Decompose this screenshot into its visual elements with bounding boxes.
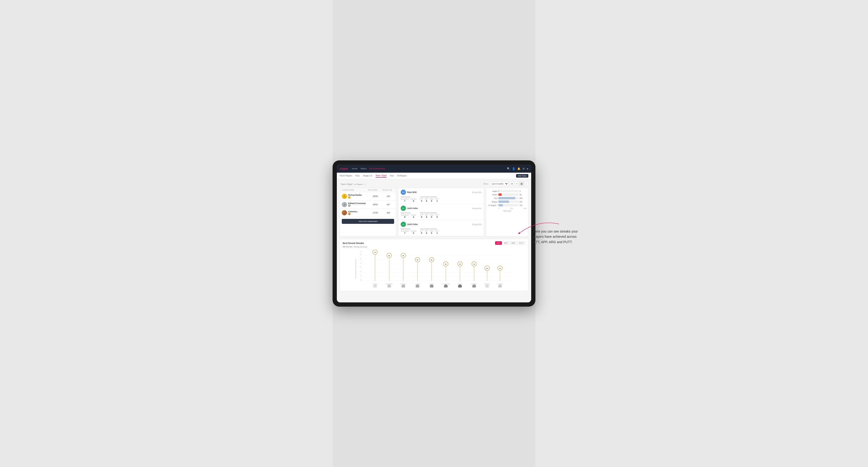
nav-bar: clippd Home Teams My Performance 🔍 👤 🔔 ⚙… (337, 165, 531, 173)
svg-text:4: 4 (360, 262, 361, 264)
nav-links: Home Teams My Performance (352, 167, 503, 170)
filter-app[interactable]: APP (502, 241, 509, 245)
player-card-3[interactable]: JC Josh Coles 26 Aug 2023 Total Rounds T… (398, 220, 484, 236)
svg-text:3x: 3x (499, 268, 501, 269)
nav-home[interactable]: Home (352, 167, 357, 170)
card-date-2: 26 Aug 2023 (472, 208, 482, 209)
table-row[interactable]: 🏌 Edward Crossman 2 18/20 107 (340, 200, 396, 209)
svg-text:7: 7 (360, 251, 361, 252)
svg-text:3: 3 (360, 267, 361, 268)
grid-view-btn[interactable]: ⊞ (510, 182, 514, 186)
svg-point-36 (415, 284, 420, 287)
period-select[interactable]: Last 3 months (489, 182, 508, 186)
detail-view-btn[interactable]: ↕ (524, 182, 528, 186)
arg-stat-1: ARG 0 (430, 198, 433, 202)
practice-act-row-1: OTT 0 APP 0 ARG (420, 198, 439, 202)
bar-chart-section: Eagles 3 Birdies (486, 188, 528, 236)
total-rounds-group-1: Total Rounds Tournament 7 Practice (401, 196, 416, 202)
view-leaderboard-button[interactable]: View Full Leaderboard (342, 219, 394, 224)
streaks-title: Best Round Streaks (343, 242, 364, 244)
player-name-1: Richard Butler (348, 194, 362, 196)
bar-row-pars: Pars 499 (488, 197, 526, 199)
bar-label-pars: Pars (488, 197, 497, 199)
svg-text:4x: 4x (473, 263, 475, 265)
svg-point-56 (472, 284, 476, 287)
bar-label-eagles: Eagles (488, 190, 497, 192)
sub-nav-team-clippd[interactable]: Team Clippd (375, 174, 386, 178)
bar-row-dbogeys: D. Bogeys + 131 (488, 204, 526, 206)
list-view-btn[interactable]: ≡ (515, 182, 519, 186)
player-card-1[interactable]: RB Rees Britt 02 Sep 2023 Total Rounds T… (398, 188, 484, 204)
avatar-2: 🏌 (342, 202, 347, 207)
main-grid: PLAYER NAME PB SCORE PB AVG SQ 🏌 Richard… (340, 188, 528, 236)
svg-text:7x: 7x (374, 252, 376, 253)
player-cards-section: RB Rees Britt 02 Sep 2023 Total Rounds T… (398, 188, 484, 236)
svg-point-61 (485, 284, 489, 287)
bell-icon[interactable]: 🔔 (517, 167, 521, 170)
show-controls: Show Last 3 months ⊞ ≡ ▦ ↕ (483, 182, 528, 186)
nav-my-performance[interactable]: My Performance (369, 167, 385, 170)
svg-text:2: 2 (360, 271, 361, 272)
table-row[interactable]: 🏌 Cameron... 3 17/20 103 (340, 209, 396, 217)
show-label: Show (483, 183, 488, 185)
svg-text:Best Streak, Fairway Accuracy: Best Streak, Fairway Accuracy (355, 259, 356, 278)
card-date-1: 02 Sep 2023 (472, 191, 482, 193)
card-view-btn[interactable]: ▦ (519, 182, 524, 186)
card-avatar-3: JC (401, 222, 406, 227)
bar-val-pars: 499 (520, 197, 526, 199)
app-stat-1: APP 0 (425, 198, 428, 202)
sub-nav-pgat[interactable]: PGAT Players (340, 175, 352, 177)
profile-icon[interactable]: ● (527, 167, 528, 170)
svg-text:5x: 5x (417, 259, 418, 261)
card-avatar-1: RB (401, 190, 406, 195)
sub-nav-pga[interactable]: PGA (355, 175, 360, 177)
nav-teams[interactable]: Teams (360, 167, 367, 170)
practice-stat-1: Practice 6 (411, 198, 416, 202)
settings-icon[interactable]: ⚙ (522, 167, 525, 170)
card-stats-2: Total Rounds Tournament 8 Practice (401, 212, 482, 218)
user-icon[interactable]: 👤 (512, 167, 516, 170)
bar-val-dbogeys: 131 (520, 205, 526, 206)
table-header: PLAYER NAME PB SCORE PB AVG SQ (340, 188, 396, 192)
svg-text:6x: 6x (389, 255, 390, 256)
sub-nav-all-players[interactable]: All Players (397, 175, 407, 177)
table-row[interactable]: 🏌 Richard Butler 1 19/20 110 (340, 192, 396, 200)
sub-nav: PGAT Players PGA Hcaps 1-5 Team Clippd T… (337, 173, 531, 179)
tablet-frame: clippd Home Teams My Performance 🔍 👤 🔔 ⚙… (333, 160, 535, 307)
bar-fill-birdies (498, 193, 502, 196)
card-name-2: Josh Coles (407, 207, 418, 210)
pb-avg-3: 103 (382, 212, 394, 214)
col-player-name: PLAYER NAME (342, 189, 368, 191)
chart-x-label: Total Shots (488, 210, 526, 212)
team-header: Team Clippd 14 Players ✏ Show Last 3 mon… (340, 182, 528, 186)
card-avatar-2: JC (401, 206, 406, 211)
pb-avg-1: 110 (382, 195, 394, 197)
player-badge-2: 2 (348, 205, 350, 207)
player-info-1: 🏌 Richard Butler 1 (342, 194, 368, 199)
player-count: 14 Players (354, 183, 363, 185)
add-team-button[interactable]: Add Team (516, 174, 528, 178)
svg-text:1: 1 (360, 275, 361, 276)
bar-fill-dbogeys (498, 204, 503, 206)
annotation: Here you can see streaks your players ha… (533, 229, 580, 245)
filter-arg[interactable]: ARG (510, 241, 517, 245)
rounds-row-2: Tournament 8 Practice 4 (401, 214, 416, 218)
sub-nav-tour[interactable]: Tour (390, 175, 394, 177)
bar-label-dbogeys: D. Bogeys + (488, 205, 497, 206)
bar-track-eagles (498, 190, 519, 192)
pb-avg-2: 107 (382, 203, 394, 206)
streaks-filter-btns: OTT APP ARG PUTT (495, 241, 525, 245)
card-header-1: RB Rees Britt 02 Sep 2023 (401, 190, 482, 195)
practice-act-group-1: Total Practice Activities OTT 0 APP (420, 196, 439, 202)
svg-text:5x: 5x (431, 259, 433, 261)
filter-putt[interactable]: PUTT (517, 241, 525, 245)
search-icon[interactable]: 🔍 (507, 167, 510, 170)
card-header-3: JC Josh Coles 26 Aug 2023 (401, 222, 482, 227)
sub-nav-hcaps[interactable]: Hcaps 1-5 (363, 175, 372, 177)
streaks-subtitle: Off The Tee, Fairway Accuracy (343, 246, 525, 248)
player-card-2[interactable]: JC Josh Coles 26 Aug 2023 Total Rounds T… (398, 204, 484, 220)
svg-text:0: 0 (360, 279, 361, 281)
edit-icon[interactable]: ✏ (365, 183, 366, 185)
practice-act-label-1: Total Practice Activities (420, 196, 439, 198)
filter-ott[interactable]: OTT (495, 241, 502, 245)
